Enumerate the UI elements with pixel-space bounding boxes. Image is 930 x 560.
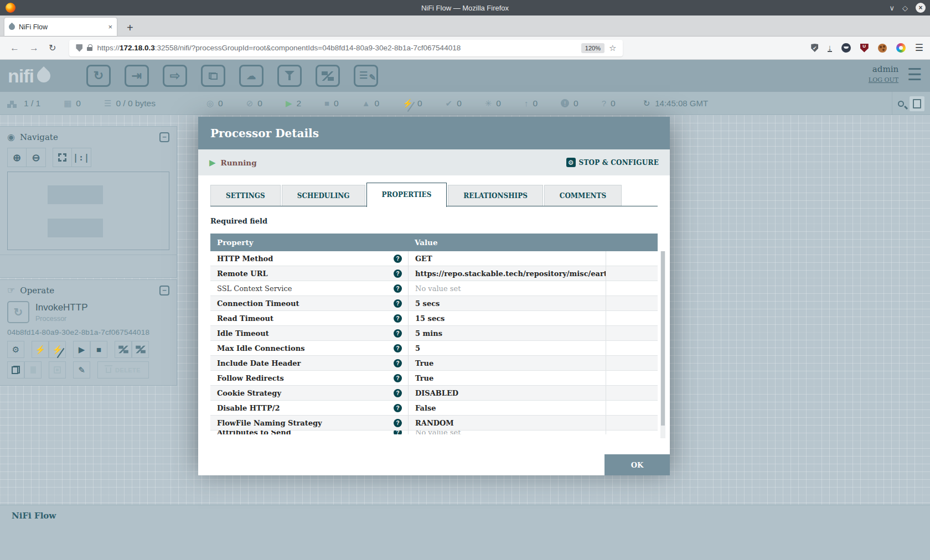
table-row[interactable]: FlowFile Naming Strategy? RANDOM	[210, 416, 658, 431]
shield-check-icon[interactable]: ✔	[811, 44, 818, 52]
scrollbar-thumb[interactable]	[661, 251, 665, 426]
paste-button[interactable]	[24, 361, 42, 378]
group-button[interactable]	[49, 361, 66, 378]
collapse-operate-icon[interactable]: −	[159, 286, 169, 295]
processor-icon[interactable]: ↻	[86, 65, 111, 87]
extension-cookie-icon[interactable]	[878, 44, 887, 53]
table-row[interactable]: Connection Timeout? 5 secs	[210, 296, 658, 311]
table-row[interactable]: Idle Timeout? 5 mins	[210, 326, 658, 341]
forward-icon[interactable]: →	[29, 43, 39, 54]
table-row-clipped[interactable]: Attributes to Send? No value set	[210, 431, 658, 434]
extension-ublock-icon[interactable]: U	[860, 44, 869, 53]
selected-component-id: 04b8fd14-80a9-30e2-8b1a-7cf067544018	[0, 323, 177, 338]
delete-button[interactable]: DELETE	[97, 361, 149, 378]
flow-notes-icon[interactable]	[910, 96, 924, 111]
running-icon: ▶	[286, 98, 292, 108]
tab-properties[interactable]: PROPERTIES	[366, 183, 447, 207]
input-port-icon[interactable]: ⇥	[125, 65, 149, 87]
active-threads-status: ▦ 0	[64, 98, 81, 108]
window-close-icon[interactable]: ×	[916, 3, 926, 13]
extension-mask-icon[interactable]	[841, 43, 851, 53]
table-row[interactable]: Include Date Header? True	[210, 356, 658, 371]
change-color-button[interactable]: ✎	[73, 361, 90, 378]
create-template-button[interactable]	[115, 341, 132, 358]
tab-close-icon[interactable]: ×	[108, 23, 112, 31]
zoom-out-button[interactable]: ⊖	[27, 148, 46, 167]
zoom-level-badge[interactable]: 120%	[581, 43, 604, 53]
url-bar[interactable]: https://172.18.0.3:32558/nifi/?processGr…	[69, 40, 623, 56]
help-icon[interactable]: ?	[394, 284, 402, 293]
help-icon[interactable]: ?	[394, 329, 402, 338]
table-row[interactable]: Cookie Strategy? DISABLED	[210, 386, 658, 401]
window-maximize-icon[interactable]: ◇	[902, 4, 908, 12]
zoom-actual-size-button[interactable]: |:|	[72, 148, 91, 167]
lock-icon[interactable]	[87, 47, 92, 51]
new-tab-button[interactable]: +	[127, 22, 133, 33]
help-icon[interactable]: ?	[394, 419, 402, 427]
global-menu-icon[interactable]: ☰	[907, 64, 922, 85]
disable-button[interactable]: ⚡	[49, 341, 66, 358]
help-icon[interactable]: ?	[394, 255, 402, 263]
play-icon: ▶	[79, 345, 85, 355]
copy-button[interactable]	[7, 361, 24, 378]
help-icon[interactable]: ?	[394, 404, 402, 412]
browser-tab[interactable]: NiFi Flow ×	[4, 18, 117, 36]
output-port-icon[interactable]: ⇨	[163, 65, 187, 87]
label-icon[interactable]: ☰✎	[354, 65, 378, 87]
birdseye-minimap[interactable]	[7, 172, 169, 250]
window-minimize-icon[interactable]: ∨	[889, 4, 895, 12]
extension-pinwheel-icon[interactable]	[896, 43, 906, 53]
table-row[interactable]: Disable HTTP/2? False	[210, 401, 658, 416]
template-icon[interactable]	[316, 65, 340, 87]
breadcrumb[interactable]: NiFi Flow	[12, 511, 56, 521]
help-icon[interactable]: ?	[394, 374, 402, 382]
table-scrollbar[interactable]	[660, 251, 665, 438]
funnel-icon[interactable]	[277, 65, 302, 87]
hand-pointer-icon: ☞	[7, 285, 15, 295]
reload-icon[interactable]: ↻	[49, 43, 56, 53]
help-icon[interactable]: ?	[394, 389, 402, 397]
nifi-favicon	[8, 23, 17, 32]
ok-button[interactable]: OK	[604, 454, 670, 475]
tab-relationships[interactable]: RELATIONSHIPS	[448, 185, 542, 206]
table-row[interactable]: Follow Redirects? True	[210, 371, 658, 386]
back-icon[interactable]: ←	[10, 43, 19, 54]
operate-title: Operate	[20, 286, 159, 295]
table-row[interactable]: Remote URL? https://repo.stackable.tech/…	[210, 266, 658, 281]
help-icon[interactable]: ?	[394, 314, 402, 323]
zoom-fit-button[interactable]	[53, 148, 72, 167]
logout-link[interactable]: LOG OUT	[869, 76, 898, 84]
transmitting-icon: ◎	[206, 98, 214, 108]
help-icon[interactable]: ?	[394, 299, 402, 308]
zoom-in-button[interactable]: ⊕	[7, 148, 27, 167]
trash-icon	[106, 367, 111, 373]
stopped-icon: ■	[324, 98, 329, 108]
table-row[interactable]: Max Idle Connections? 5	[210, 341, 658, 356]
downloads-icon[interactable]: ↓	[828, 44, 832, 52]
search-icon[interactable]	[898, 101, 904, 107]
upload-template-button[interactable]	[132, 341, 149, 358]
help-icon[interactable]: ?	[394, 344, 402, 352]
tracking-protection-shield-icon[interactable]	[76, 44, 82, 52]
tab-comments[interactable]: COMMENTS	[544, 185, 622, 206]
help-icon: ?	[394, 431, 402, 434]
table-row[interactable]: SSL Context Service? No value set	[210, 281, 658, 296]
configuration-button[interactable]: ⚙	[7, 341, 24, 358]
remote-process-group-icon[interactable]: ☁	[239, 65, 264, 87]
collapse-navigate-icon[interactable]: −	[159, 132, 169, 142]
browser-menu-icon[interactable]: ☰	[915, 42, 923, 54]
bookmark-star-icon[interactable]: ☆	[609, 43, 616, 53]
stop-and-configure-button[interactable]: ⚙ STOP & CONFIGURE	[566, 158, 659, 167]
tab-settings[interactable]: SETTINGS	[210, 185, 281, 206]
refresh-icon[interactable]: ↻	[643, 98, 650, 108]
stop-button[interactable]: ■	[90, 341, 107, 358]
tab-scheduling[interactable]: SCHEDULING	[282, 185, 365, 206]
table-row[interactable]: HTTP Method? GET	[210, 251, 658, 266]
help-icon[interactable]: ?	[394, 359, 402, 367]
url-text[interactable]: https://172.18.0.3:32558/nifi/?processGr…	[97, 44, 576, 52]
table-row[interactable]: Read Timeout? 15 secs	[210, 311, 658, 326]
start-button[interactable]: ▶	[73, 341, 90, 358]
process-group-icon[interactable]	[201, 65, 225, 87]
help-icon[interactable]: ?	[394, 269, 402, 278]
enable-button[interactable]: ⚡	[32, 341, 49, 358]
